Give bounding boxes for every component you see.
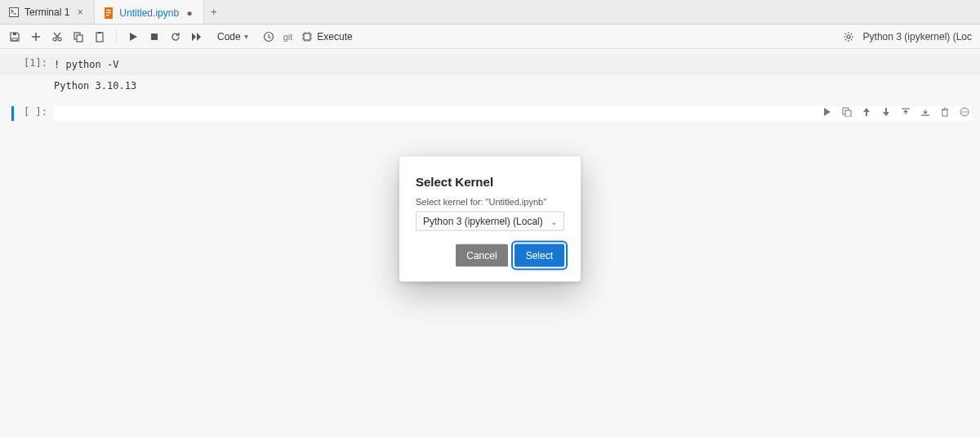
fast-forward-icon[interactable] [190,30,203,43]
insert-above-icon[interactable] [900,106,911,118]
save-icon[interactable] [8,30,21,43]
svg-rect-4 [106,10,111,11]
cell-prompt: [ ]: [5,106,54,118]
tab-modified-indicator: ● [184,7,195,19]
code-cell[interactable]: [1]: ! python -V [0,54,980,75]
move-down-icon[interactable] [880,106,892,118]
dialog-subtitle: Select kernel for: "Untitled.ipynb" [416,197,564,207]
chevron-down-icon: ⌄ [550,217,557,226]
svg-rect-15 [96,33,103,42]
kernel-select[interactable]: Python 3 (ipykernel) (Local) ⌄ [416,212,564,231]
tab-notebook[interactable]: Untitled.ipynb ● [95,0,204,24]
svg-rect-5 [106,12,111,13]
dialog-actions: Cancel Select [416,244,564,267]
cancel-button[interactable]: Cancel [456,244,507,267]
svg-rect-19 [304,34,310,40]
more-icon[interactable] [959,106,970,118]
svg-rect-33 [942,110,947,116]
terminal-icon [8,7,20,18]
code-cell-active[interactable]: [ ]: [0,103,980,124]
duplicate-icon[interactable] [841,106,853,118]
select-kernel-dialog: Select Kernel Select kernel for: "Untitl… [399,157,581,282]
tab-terminal[interactable]: Terminal 1 × [0,0,95,24]
restart-icon[interactable] [169,30,182,43]
tab-bar: Terminal 1 × Untitled.ipynb ● + [0,0,980,25]
stop-icon[interactable] [148,30,161,43]
run-icon[interactable] [127,30,140,43]
move-up-icon[interactable] [861,106,872,118]
separator [116,30,117,43]
git-label[interactable]: git [283,32,293,42]
dialog-title: Select Kernel [416,175,564,189]
svg-rect-7 [12,38,17,41]
celltype-select[interactable]: Code ▾ [212,29,254,45]
execute-label: Execute [317,31,352,42]
notebook-toolbar: Code ▾ git Execute Python 3 (ipykernel) … [0,25,980,49]
svg-rect-1 [10,8,18,16]
kernel-select-value: Python 3 (ipykernel) (Local) [423,216,543,227]
svg-rect-14 [77,35,82,42]
copy-icon[interactable] [72,30,85,43]
cell-output: Python 3.10.13 [0,75,980,96]
cut-icon[interactable] [51,30,64,43]
add-tab-button[interactable]: + [204,0,224,24]
svg-rect-6 [106,15,109,16]
svg-rect-16 [98,32,101,34]
svg-rect-8 [13,33,16,35]
close-icon[interactable]: × [74,7,86,18]
svg-rect-17 [151,34,158,40]
cell-content[interactable]: ! python -V [54,57,972,72]
chip-icon [301,30,314,43]
gear-icon[interactable] [842,30,855,43]
tab-title: Terminal 1 [24,7,69,18]
svg-point-28 [847,35,850,38]
notebook-icon [103,7,114,19]
cell-output-text: Python 3.10.13 [54,78,972,93]
run-cell-icon[interactable] [822,106,833,118]
add-cell-icon[interactable] [29,30,42,43]
select-button[interactable]: Select [514,244,564,267]
cell-prompt: [1]: [5,57,54,69]
tab-title: Untitled.ipynb [119,7,179,19]
svg-point-38 [964,111,965,113]
chevron-down-icon: ▾ [244,32,248,41]
clock-icon[interactable] [262,30,275,43]
delete-icon[interactable] [939,106,951,118]
celltype-label: Code [217,31,241,42]
insert-below-icon[interactable] [920,106,931,118]
svg-point-37 [962,111,964,113]
cell-toolbar [822,106,970,118]
kernel-indicator[interactable]: Python 3 (ipykernel) (Loc [863,31,972,42]
paste-icon[interactable] [93,30,106,43]
svg-point-39 [966,111,968,113]
svg-rect-30 [845,110,851,117]
execute-button[interactable]: Execute [301,30,352,43]
